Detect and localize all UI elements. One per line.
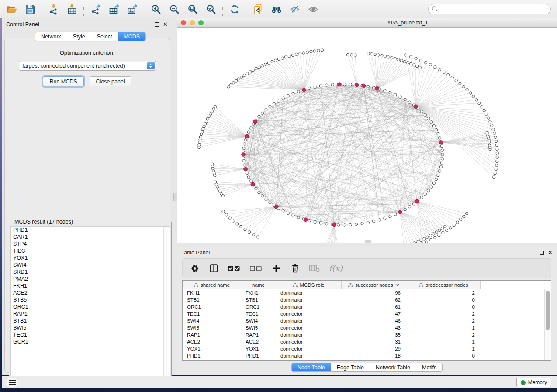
table-row[interactable]: SWI5SWI5connector431 bbox=[183, 324, 551, 331]
horizontal-splitter-grip[interactable] bbox=[365, 240, 371, 243]
zoom-in-icon[interactable] bbox=[150, 3, 162, 15]
delete-column-icon[interactable] bbox=[290, 263, 300, 274]
dropdown-stepper-icon[interactable] bbox=[147, 62, 155, 69]
float-table-panel-icon[interactable] bbox=[540, 251, 544, 255]
mcds-result-item[interactable]: SWI4 bbox=[11, 261, 170, 268]
float-window-icon[interactable] bbox=[155, 22, 159, 27]
import-network-icon[interactable] bbox=[48, 3, 59, 15]
list-scrollbar[interactable] bbox=[163, 227, 170, 382]
mcds-result-item[interactable]: STP4 bbox=[11, 241, 170, 248]
function-builder-icon: f(x) bbox=[329, 263, 343, 274]
mcds-result-group: MCDS result (17 nodes) PHD1CAR1STP4TID3Y… bbox=[9, 222, 172, 385]
hide-panel-icon[interactable] bbox=[289, 3, 301, 15]
mcds-result-item[interactable]: FKH1 bbox=[11, 282, 170, 289]
close-panel-button[interactable]: Close panel bbox=[90, 76, 131, 86]
cell-name: RAP1 bbox=[241, 331, 276, 338]
mcds-result-item[interactable]: STB5 bbox=[11, 296, 170, 303]
tab-mcds[interactable]: MCDS bbox=[118, 32, 145, 41]
choose-columns-icon[interactable] bbox=[209, 263, 218, 274]
tab-style[interactable]: Style bbox=[67, 32, 91, 41]
mcds-result-item[interactable]: GCR1 bbox=[11, 338, 170, 345]
mcds-result-item[interactable]: ACE2 bbox=[11, 289, 170, 296]
table-row[interactable]: YOX1YOX1connector291 bbox=[183, 345, 551, 352]
mcds-result-item[interactable]: SWI5 bbox=[11, 324, 170, 331]
control-panel: Control Panel ✕ NetworkStyleSelectMCDS O… bbox=[2, 18, 172, 375]
cell-predecessor-nodes: 0 bbox=[406, 296, 481, 303]
table-row[interactable]: FKH1FKH1dominator962 bbox=[183, 289, 551, 296]
column-header-name[interactable]: name bbox=[241, 281, 276, 289]
task-history-button[interactable] bbox=[6, 378, 18, 387]
table-scrollbar-thumb[interactable] bbox=[546, 291, 550, 330]
cell-name: YOX1 bbox=[241, 345, 276, 352]
close-table-panel-icon[interactable]: ✕ bbox=[548, 251, 553, 255]
select-all-icon[interactable] bbox=[228, 263, 240, 274]
table-tabs: Node TableEdge TableNetwork TableMotifs bbox=[291, 363, 443, 372]
mcds-result-item[interactable]: SRD1 bbox=[11, 268, 170, 275]
vertical-splitter[interactable] bbox=[176, 18, 176, 375]
mcds-result-item[interactable]: PHD1 bbox=[11, 227, 170, 234]
delete-table-icon bbox=[309, 263, 320, 274]
tab-edge-table[interactable]: Edge Table bbox=[331, 363, 370, 371]
refresh-layout-icon[interactable] bbox=[228, 3, 240, 15]
export-network-icon[interactable] bbox=[90, 3, 101, 15]
mcds-result-item[interactable]: CAR1 bbox=[11, 234, 170, 241]
tab-select[interactable]: Select bbox=[91, 32, 118, 41]
tab-node-table[interactable]: Node Table bbox=[292, 363, 331, 371]
cell-name: STB1 bbox=[241, 296, 276, 303]
main-toolbar bbox=[0, 0, 557, 18]
cell-predecessor-nodes: 2 bbox=[406, 310, 481, 317]
cell-shared-name: SWI4 bbox=[183, 317, 241, 324]
export-image-icon[interactable] bbox=[126, 3, 138, 15]
cell-predecessor-nodes: 1 bbox=[406, 345, 481, 352]
run-mcds-button[interactable]: Run MCDS bbox=[43, 76, 83, 86]
import-table-icon[interactable] bbox=[66, 3, 78, 15]
table-panel: Table Panel ✕ f(x) shared namenameMCDS r… bbox=[177, 247, 557, 375]
mcds-result-item[interactable]: STB1 bbox=[11, 317, 170, 324]
mcds-result-item[interactable]: TID3 bbox=[11, 248, 170, 254]
table-row[interactable]: ORC1ORC1dominator610 bbox=[183, 303, 551, 310]
mcds-result-item[interactable]: ORC1 bbox=[11, 303, 170, 310]
cell-MCDS-role: dominator bbox=[276, 296, 342, 303]
cell-predecessor-nodes: 1 bbox=[406, 324, 481, 331]
tab-motifs[interactable]: Motifs bbox=[416, 363, 442, 371]
network-window: YPA_prune.txt_1 bbox=[177, 18, 557, 243]
toolbar-group bbox=[144, 3, 222, 15]
tab-network-table[interactable]: Network Table bbox=[370, 363, 416, 371]
cell-name: ORC1 bbox=[241, 303, 276, 310]
save-session-icon[interactable] bbox=[24, 3, 36, 15]
table-row[interactable]: TEC1TEC1connector472 bbox=[183, 310, 551, 317]
share-document-icon[interactable] bbox=[252, 3, 264, 15]
add-column-icon[interactable] bbox=[271, 263, 281, 274]
criterion-dropdown[interactable]: largest connected component (undirected) bbox=[19, 61, 156, 71]
mcds-result-item[interactable]: RAP1 bbox=[11, 310, 170, 317]
column-header-successor-nodes[interactable]: successor nodes bbox=[342, 281, 406, 289]
column-header-MCDS-role[interactable]: MCDS role bbox=[276, 281, 342, 289]
settings-icon[interactable] bbox=[190, 263, 200, 274]
table-row[interactable]: SWI4SWI4dominator462 bbox=[183, 317, 551, 324]
close-panel-icon[interactable]: ✕ bbox=[163, 22, 168, 27]
search-network-icon[interactable] bbox=[270, 3, 282, 15]
deselect-all-icon[interactable] bbox=[249, 263, 262, 274]
tab-network[interactable]: Network bbox=[35, 32, 67, 41]
zoom-selected-icon[interactable] bbox=[205, 3, 217, 15]
export-table-icon[interactable] bbox=[108, 3, 120, 15]
memory-button[interactable]: Memory bbox=[516, 378, 551, 387]
table-row[interactable]: ACE2ACE2connector311 bbox=[183, 338, 551, 345]
open-file-icon[interactable] bbox=[6, 3, 17, 15]
table-row[interactable]: RAP1RAP1dominator352 bbox=[183, 331, 551, 338]
table-row[interactable]: STB1STB1dominator620 bbox=[183, 296, 551, 303]
network-graph[interactable] bbox=[177, 28, 557, 243]
column-header-predecessor-nodes[interactable]: predecessor nodes bbox=[406, 281, 481, 289]
search-input[interactable] bbox=[438, 5, 550, 14]
zoom-fit-icon[interactable] bbox=[187, 3, 198, 15]
network-titlebar: YPA_prune.txt_1 bbox=[177, 18, 557, 28]
zoom-out-icon[interactable] bbox=[168, 3, 180, 15]
table-row[interactable]: PHD1PHD1dominator180 bbox=[183, 352, 551, 359]
mcds-result-list[interactable]: PHD1CAR1STP4TID3YOX1SWI4SRD1PMA2FKH1ACE2… bbox=[10, 226, 170, 383]
mcds-result-item[interactable]: PMA2 bbox=[11, 275, 170, 282]
table-scrollbar[interactable] bbox=[544, 289, 551, 360]
network-canvas[interactable] bbox=[177, 28, 557, 243]
mcds-result-item[interactable]: YOX1 bbox=[11, 254, 170, 261]
column-header-shared-name[interactable]: shared name bbox=[183, 281, 241, 289]
mcds-result-item[interactable]: TEC1 bbox=[11, 331, 170, 338]
